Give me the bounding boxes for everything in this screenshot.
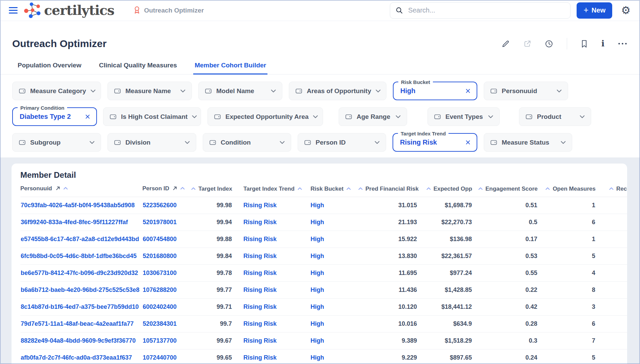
cell-link[interactable]: 5202384301 [143,320,177,327]
search-icon [396,6,403,14]
cell-link[interactable]: High [311,320,324,327]
cell-link[interactable]: 5201680800 [143,253,177,259]
cell-target-index-trend: Rising Risk [232,214,307,231]
cell-link[interactable]: Rising Risk [243,337,277,344]
column-header-expected-opp[interactable]: Expected Opp [417,185,472,197]
cell-link[interactable]: Rising Risk [243,236,277,242]
cell-engagement-score: 0.3 [472,333,538,349]
filter-chip-subgroup[interactable]: Subgroup [12,133,101,152]
filter-chip-measure-category[interactable]: Measure Category [12,82,101,100]
cell-link[interactable]: 70c93fab-4026-4a5f-b0f4-95438ab5d908 [21,202,135,209]
cell-link[interactable]: High [311,253,324,259]
cell-link[interactable]: 88282e49-04a8-4bdd-9609-9c9ef3f36770 [21,337,136,344]
cell-link[interactable]: High [311,202,324,209]
column-header-risk-bucket[interactable]: Risk Bucket [307,185,358,197]
cell-link[interactable]: Rising Risk [243,354,277,361]
filter-row: SubgroupDivisionConditionPerson IDTarget… [12,133,628,152]
settings-gear-icon[interactable]: ⚙ [621,5,631,16]
filter-chip-target-index-trend[interactable]: Target Index TrendRising Risk [393,133,477,152]
column-header-open-measures[interactable]: Open Measures [538,185,596,197]
more-ellipsis-icon[interactable] [618,43,627,45]
cell-link[interactable]: Rising Risk [243,270,277,276]
cell-link[interactable]: High [311,337,324,344]
breadcrumb[interactable]: Outreach Optimizer [133,6,204,15]
cell-link[interactable]: 6fc9b8bd-0c05-4d6c-8bbf-1dfbe36bcd45 [21,253,137,259]
cell-link[interactable]: High [311,236,324,242]
cell-link[interactable]: 1072440700 [143,354,177,361]
filter-chip-measure-status[interactable]: Measure Status [484,133,572,152]
cell-link[interactable]: 36f99240-833a-4fed-8fec-95f11227ffaf [21,219,128,226]
filter-chip-is-high-cost-claimant[interactable]: Is High Cost Claimant [103,107,201,126]
filter-chip-model-name[interactable]: Model Name [198,82,282,100]
cell-link[interactable]: Rising Risk [243,320,277,327]
filter-chip-event-types[interactable]: Event Types [427,107,500,126]
chevron-down-icon [185,141,190,144]
cell-link[interactable]: 79d7e571-11a1-48af-beac-4a2eaaf1fa77 [21,320,134,327]
cell-open-measures: 5 [538,349,596,364]
column-header-engagement-score[interactable]: Engagement Score [472,185,538,197]
cell-open-measures: 7 [538,333,596,349]
open-external-icon[interactable] [523,40,531,48]
cell-link[interactable]: 1057137700 [143,337,177,344]
cell-link[interactable]: High [311,270,324,276]
filter-chip-personuuid[interactable]: Personuuid [484,82,568,100]
column-header-pred-financial-risk[interactable]: Pred Financial Risk [358,185,417,197]
cell-link[interactable]: High [311,286,324,293]
cell-link[interactable]: Rising Risk [243,219,277,226]
column-header-person-id[interactable]: Person ID [142,185,186,197]
cell-link[interactable]: Rising Risk [243,253,277,259]
edit-pencil-icon[interactable] [501,40,510,48]
cell-link[interactable]: 1030673100 [143,270,177,276]
history-clock-icon[interactable] [545,40,553,48]
filter-chip-primary-condition[interactable]: Primary ConditionDiabetes Type 2 [12,107,97,126]
filter-chip-condition[interactable]: Condition [203,133,291,152]
cell-link[interactable]: High [311,354,324,361]
filter-chip-label: Measure Name [125,87,171,95]
filter-chip-areas-of-opportunity[interactable]: Areas of Opportunity [289,82,386,100]
column-header-target-index-trend[interactable]: Target Index Trend [232,185,307,197]
filter-chip-measure-name[interactable]: Measure Name [107,82,192,100]
close-icon[interactable] [465,88,471,93]
cell-link[interactable]: be6e577b-8412-47fc-b096-d9c23d920d32 [21,270,138,276]
cell-link[interactable]: 8c14b87d-b1f6-4ed7-a375-bee77b59dd10 [21,303,139,310]
cell-link[interactable]: b6a6b712-baeb-4e20-96bd-275c525c53e8 [21,286,139,293]
search-box[interactable] [390,2,571,19]
search-input[interactable] [407,6,565,15]
tab-population-overview[interactable]: Population Overview [16,62,83,74]
cell-link[interactable]: 5223562600 [143,202,177,209]
filter-chip-division[interactable]: Division [107,133,196,152]
column-header-personuuid[interactable]: Personuuid [20,185,142,197]
tab-clinical-quality-measures[interactable]: Clinical Quality Measures [98,62,178,74]
filter-chip-person-id[interactable]: Person ID [298,133,386,152]
cell-link[interactable]: e57455b8-6c17-4c87-a2a8-cd12e9d443bd [21,236,139,242]
tab-member-cohort-builder[interactable]: Member Cohort Builder [193,62,267,74]
cell-link[interactable]: 5201978001 [143,219,177,226]
bookmark-icon[interactable] [581,40,588,48]
column-header-target-index[interactable]: Target Index [186,185,232,197]
filter-chip-expected-opportunity-area[interactable]: Expected Opportunity Area [207,107,323,126]
cell-link[interactable]: Rising Risk [243,286,277,293]
cell-link[interactable]: High [311,303,324,310]
title-row: Outreach Optimizer i [0,21,640,49]
info-icon[interactable]: i [601,40,604,48]
filter-chip-risk-bucket[interactable]: Risk BucketHigh [393,82,477,100]
cell-link[interactable]: High [311,219,324,226]
close-icon[interactable] [85,114,90,119]
menu-icon[interactable] [9,7,18,14]
new-button[interactable]: + New [577,2,612,19]
cell-link[interactable]: Rising Risk [243,202,277,209]
cell-link[interactable]: 6002402400 [143,303,177,310]
close-icon[interactable] [465,140,471,145]
drill-arrow-icon [173,186,177,192]
cell-link[interactable]: Rising Risk [243,303,277,310]
cell-personuuid: 8c14b87d-b1f6-4ed7-a375-bee77b59dd10 [20,299,142,316]
column-header-recer[interactable]: Recer [596,185,627,197]
filter-chip-product[interactable]: Product [519,107,591,126]
cell-link[interactable]: 1076288200 [143,286,177,293]
filter-chip-age-range[interactable]: Age Range [339,107,407,126]
cell-value: 0.17 [525,236,537,242]
cell-link[interactable]: afb0fa7d-2c7f-46fc-ad0a-d373eaa1f637 [21,354,132,361]
cell-value: 13.830 [398,253,417,259]
cell-value: 0.24 [525,354,537,361]
cell-link[interactable]: 6007454800 [143,236,177,242]
